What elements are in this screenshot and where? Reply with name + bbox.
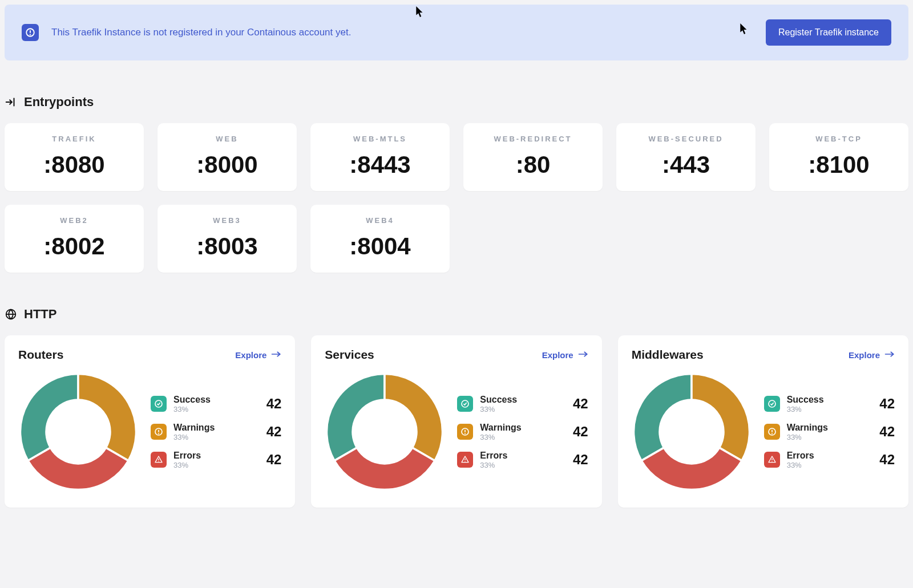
stat-label: Warnings (480, 423, 566, 433)
stat-success: Success 33% 42 (764, 395, 895, 413)
stat-errors: Errors 33% 42 (151, 451, 281, 469)
register-instance-button[interactable]: Register Traefik instance (766, 19, 891, 46)
http-panel: Routers Explore Success 33% 42 (5, 335, 295, 508)
stat-pct: 33% (480, 405, 566, 413)
entrypoint-port: :8004 (316, 233, 444, 260)
donut-chart (325, 372, 445, 492)
stat-count: 42 (879, 452, 895, 468)
stat-count: 42 (266, 452, 282, 468)
http-panels-grid: Routers Explore Success 33% 42 (5, 335, 908, 508)
stat-count: 42 (266, 396, 282, 412)
entrypoint-name: WEB2 (10, 216, 138, 225)
explore-label: Explore (542, 350, 573, 360)
entrypoint-port: :8003 (163, 233, 291, 260)
entrypoints-grid: TRAEFIK :8080 WEB :8000 WEB-MTLS :8443 W… (5, 123, 908, 273)
entrypoint-card[interactable]: WEB :8000 (157, 123, 297, 191)
banner-message: This Traefik Instance is not registered … (51, 27, 766, 38)
stat-pct: 33% (173, 461, 260, 469)
entrypoint-name: WEB3 (163, 216, 291, 225)
svg-point-9 (159, 433, 159, 434)
entrypoint-name: WEB (163, 135, 291, 143)
explore-label: Explore (235, 350, 266, 360)
entrypoint-port: :8080 (10, 151, 138, 179)
alert-circle-icon (151, 424, 167, 440)
entrypoint-card[interactable]: WEB-REDIRECT :80 (463, 123, 603, 191)
entrypoint-name: TRAEFIK (10, 135, 138, 143)
panel-title: Services (325, 348, 374, 362)
stat-errors: Errors 33% 42 (764, 451, 895, 469)
entrypoint-card[interactable]: WEB3 :8003 (157, 205, 297, 273)
stat-warnings: Warnings 33% 42 (151, 423, 281, 441)
alert-circle-icon (764, 424, 780, 440)
explore-link[interactable]: Explore (849, 350, 895, 360)
stat-pct: 33% (787, 433, 873, 441)
svg-point-23 (771, 433, 772, 434)
stat-label: Errors (787, 451, 873, 461)
stat-count: 42 (573, 424, 588, 440)
entrypoint-card[interactable]: WEB-MTLS :8443 (310, 123, 450, 191)
stat-errors: Errors 33% 42 (457, 451, 588, 469)
svg-point-18 (465, 461, 466, 462)
entrypoint-port: :443 (622, 151, 750, 179)
svg-point-16 (465, 433, 466, 434)
entrypoints-header: Entrypoints (5, 95, 908, 110)
stat-warnings: Warnings 33% 42 (457, 423, 588, 441)
stat-pct: 33% (173, 433, 260, 441)
entrypoint-name: WEB-MTLS (316, 135, 444, 143)
alert-triangle-icon (457, 452, 473, 468)
stat-pct: 33% (787, 405, 873, 413)
donut-chart (632, 372, 752, 492)
entrypoint-name: WEB-SECURED (622, 135, 750, 143)
entrypoint-port: :8100 (775, 151, 903, 179)
http-panel: Services Explore Success 33% 42 (311, 335, 601, 508)
explore-link[interactable]: Explore (542, 350, 588, 360)
explore-label: Explore (849, 350, 880, 360)
stat-count: 42 (573, 452, 588, 468)
entrypoint-card[interactable]: TRAEFIK :8080 (5, 123, 144, 191)
arrow-right-icon (884, 350, 895, 360)
entrypoint-port: :8000 (163, 151, 291, 179)
globe-icon (5, 308, 17, 321)
explore-link[interactable]: Explore (235, 350, 281, 360)
svg-point-11 (158, 461, 159, 462)
stat-label: Success (787, 395, 873, 405)
stat-label: Success (173, 395, 260, 405)
stat-count: 42 (266, 424, 282, 440)
info-icon (22, 24, 39, 41)
arrow-right-icon (578, 350, 588, 360)
entrypoint-port: :80 (469, 151, 597, 179)
registration-banner: This Traefik Instance is not registered … (5, 5, 908, 60)
entrypoints-icon (5, 96, 17, 108)
alert-circle-icon (457, 424, 473, 440)
donut-chart (18, 372, 138, 492)
alert-triangle-icon (764, 452, 780, 468)
stat-label: Warnings (787, 423, 873, 433)
http-title: HTTP (24, 307, 56, 322)
entrypoints-title: Entrypoints (24, 95, 94, 110)
stat-count: 42 (573, 396, 588, 412)
check-circle-icon (457, 396, 473, 412)
entrypoint-name: WEB-TCP (775, 135, 903, 143)
stat-count: 42 (879, 424, 895, 440)
check-circle-icon (764, 396, 780, 412)
svg-point-2 (30, 34, 31, 35)
entrypoint-card[interactable]: WEB-TCP :8100 (769, 123, 908, 191)
entrypoint-name: WEB-REDIRECT (469, 135, 597, 143)
stat-count: 42 (879, 396, 895, 412)
entrypoint-card[interactable]: WEB2 :8002 (5, 205, 144, 273)
stat-pct: 33% (787, 461, 873, 469)
panel-title: Middlewares (632, 348, 704, 362)
entrypoint-card[interactable]: WEB4 :8004 (310, 205, 450, 273)
entrypoint-port: :8443 (316, 151, 444, 179)
stat-pct: 33% (173, 405, 260, 413)
panel-title: Routers (18, 348, 63, 362)
check-circle-icon (151, 396, 167, 412)
stat-label: Errors (480, 451, 566, 461)
stat-label: Success (480, 395, 566, 405)
entrypoint-name: WEB4 (316, 216, 444, 225)
svg-point-25 (771, 461, 772, 462)
stat-label: Errors (173, 451, 260, 461)
http-panel: Middlewares Explore Success 33% 42 (618, 335, 908, 508)
entrypoint-port: :8002 (10, 233, 138, 260)
entrypoint-card[interactable]: WEB-SECURED :443 (616, 123, 756, 191)
